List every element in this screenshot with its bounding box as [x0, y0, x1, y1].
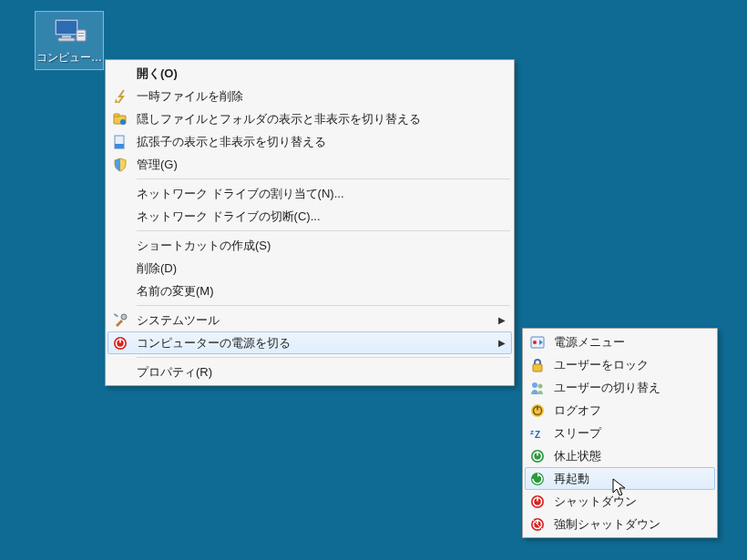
submenu-arrow-icon: ▶: [497, 315, 507, 325]
menu-item-label: プロパティ(R): [137, 364, 507, 381]
svg-rect-6: [78, 36, 84, 36]
menu-item-disconnect-drive[interactable]: ネットワーク ドライブの切断(C)...: [107, 205, 512, 228]
context-menu-power: 電源メニュー ユーザーをロック ユーザーの切り替え ログオフ zZ スリープ 休…: [522, 328, 718, 538]
svg-point-18: [533, 341, 537, 344]
menu-item-label: ショートカットの作成(S): [137, 238, 507, 254]
submenu-item-shutdown[interactable]: シャットダウン: [525, 490, 715, 513]
menu-item-label: 管理(G): [137, 157, 507, 173]
submenu-item-restart[interactable]: 再起動: [525, 467, 715, 490]
submenu-item-switch-user[interactable]: ユーザーの切り替え: [525, 376, 715, 399]
menu-item-label: 電源メニュー: [554, 334, 710, 351]
menu-item-map-drive[interactable]: ネットワーク ドライブの割り当て(N)...: [107, 182, 512, 205]
svg-rect-33: [537, 496, 538, 501]
menu-item-label: 再起動: [554, 471, 710, 487]
svg-point-21: [538, 383, 543, 388]
menu-item-properties[interactable]: プロパティ(R): [107, 361, 512, 383]
submenu-item-power-menu[interactable]: 電源メニュー: [525, 331, 715, 353]
menu-separator: [137, 230, 510, 231]
svg-rect-1: [56, 21, 77, 34]
shield-icon: [111, 156, 129, 174]
menu-item-label: シャットダウン: [554, 494, 710, 510]
menu-item-label: 休止状態: [554, 448, 710, 464]
menu-item-label: ネットワーク ドライブの割り当て(N)...: [137, 186, 507, 202]
computer-icon-label: コンピュー…: [36, 50, 102, 66]
svg-point-9: [120, 119, 126, 125]
computer-icon: [49, 17, 89, 48]
menu-item-label: 一時ファイルを削除: [137, 88, 507, 105]
power-menu-icon: [528, 333, 547, 351]
submenu-item-force-shutdown[interactable]: 強制シャットダウン: [525, 513, 715, 535]
menu-item-toggle-hidden[interactable]: 隠しファイルとフォルダの表示と非表示を切り替える: [107, 107, 512, 130]
context-menu-main: 開く(O) 一時ファイルを削除 隠しファイルとフォルダの表示と非表示を切り替える…: [105, 59, 515, 386]
blank-icon: [111, 260, 129, 278]
menu-item-label: 開く(O): [137, 66, 507, 82]
menu-item-rename[interactable]: 名前の変更(M): [107, 280, 512, 302]
menu-item-create-shortcut[interactable]: ショートカットの作成(S): [107, 234, 512, 257]
menu-separator: [137, 178, 510, 179]
submenu-item-hibernate[interactable]: 休止状態: [525, 444, 715, 467]
menu-item-label: スリープ: [554, 425, 710, 442]
computer-desktop-icon[interactable]: コンピュー…: [35, 11, 104, 70]
blank-icon: [111, 363, 129, 382]
hibernate-icon: [528, 447, 547, 465]
logoff-icon: [528, 402, 547, 420]
submenu-item-lock-user[interactable]: ユーザーをロック: [525, 353, 715, 376]
users-icon: [528, 379, 547, 397]
blank-icon: [111, 282, 129, 300]
menu-separator: [137, 357, 510, 358]
shutdown-icon: [528, 493, 547, 511]
svg-rect-13: [114, 313, 118, 318]
sleep-icon: zZ: [528, 424, 547, 443]
tools-icon: [111, 311, 129, 330]
svg-point-12: [121, 314, 127, 320]
broom-icon: [111, 87, 129, 106]
menu-item-label: コンピューターの電源を切る: [137, 335, 497, 351]
power-icon: [111, 334, 129, 352]
submenu-item-sleep[interactable]: zZ スリープ: [525, 422, 715, 444]
menu-item-label: ログオフ: [554, 402, 710, 419]
svg-rect-24: [537, 405, 538, 410]
menu-item-toggle-ext[interactable]: 拡張子の表示と非表示を切り替える: [107, 130, 512, 153]
menu-item-delete-temp[interactable]: 一時ファイルを削除: [107, 85, 512, 107]
menu-item-manage[interactable]: 管理(G): [107, 153, 512, 176]
submenu-arrow-icon: ▶: [497, 338, 507, 348]
menu-item-label: 名前の変更(M): [137, 283, 507, 300]
menu-item-label: システムツール: [137, 312, 497, 329]
svg-rect-8: [114, 114, 119, 117]
restart-icon: [528, 470, 547, 488]
menu-item-label: 拡張子の表示と非表示を切り替える: [137, 134, 507, 150]
menu-item-label: 強制シャットダウン: [554, 516, 710, 533]
svg-rect-29: [537, 451, 538, 455]
menu-item-system-tools[interactable]: システムツール ▶: [107, 309, 512, 331]
lock-icon: [528, 356, 547, 374]
blank-icon: [111, 237, 129, 255]
menu-item-label: ネットワーク ドライブの切断(C)...: [137, 209, 507, 225]
svg-text:z: z: [530, 428, 534, 436]
svg-rect-11: [115, 144, 124, 148]
force-shutdown-icon: [528, 515, 547, 534]
svg-rect-5: [78, 33, 84, 34]
svg-point-20: [532, 382, 537, 388]
folder-toggle-icon: [111, 110, 129, 128]
menu-item-power-off[interactable]: コンピューターの電源を切る ▶: [107, 331, 512, 354]
svg-rect-19: [533, 364, 542, 372]
svg-rect-16: [119, 338, 121, 342]
menu-item-label: ユーザーをロック: [554, 357, 710, 373]
svg-text:Z: Z: [535, 430, 540, 440]
menu-separator: [137, 305, 510, 306]
menu-item-label: ユーザーの切り替え: [554, 380, 710, 396]
menu-item-delete[interactable]: 削除(D): [107, 257, 512, 280]
file-ext-icon: [111, 133, 129, 151]
menu-item-label: 削除(D): [137, 260, 507, 277]
blank-icon: [111, 208, 129, 226]
svg-rect-3: [58, 38, 75, 41]
menu-item-open[interactable]: 開く(O): [107, 62, 512, 85]
blank-icon: [111, 65, 129, 83]
submenu-item-logoff[interactable]: ログオフ: [525, 399, 715, 422]
menu-item-label: 隠しファイルとフォルダの表示と非表示を切り替える: [137, 111, 507, 127]
blank-icon: [111, 185, 129, 203]
